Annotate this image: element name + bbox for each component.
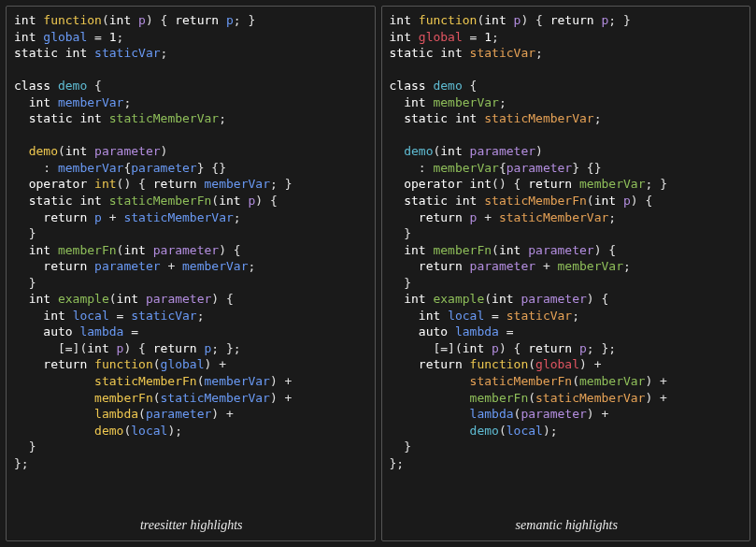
kw-int: int — [79, 194, 101, 208]
kw-int: int — [404, 95, 425, 109]
fn-staticMemberFn: staticMemberFn — [94, 374, 197, 388]
id-parameter: parameter — [506, 161, 572, 175]
kw-int: int — [65, 144, 87, 158]
id-staticMemberVar: staticMemberVar — [499, 210, 608, 224]
kw-int: int — [419, 309, 440, 323]
kw-return: return — [528, 341, 572, 355]
kw-int: int — [29, 95, 50, 109]
id-global: global — [161, 357, 205, 371]
id-global: global — [419, 30, 463, 44]
id-staticVar: staticVar — [470, 46, 535, 60]
id-memberVar: memberVar — [58, 95, 123, 109]
kw-return: return — [419, 259, 463, 273]
id-memberVar: memberVar — [579, 374, 645, 388]
id-staticMemberVar: staticMemberVar — [161, 391, 270, 405]
right-caption: semantic highlights — [390, 513, 745, 535]
kw-static: static — [29, 111, 73, 125]
id-p: p — [117, 341, 124, 355]
fn-memberFn: memberFn — [58, 243, 117, 257]
fn-example: example — [433, 292, 484, 306]
kw-auto: auto — [419, 324, 448, 338]
kw-int: int — [455, 194, 477, 208]
id-parameter: parameter — [470, 259, 535, 273]
num-1: 1 — [109, 30, 117, 44]
kw-int: int — [440, 46, 462, 60]
kw-int: int — [390, 13, 411, 27]
id-staticVar: staticVar — [94, 46, 160, 60]
kw-int: int — [440, 144, 462, 158]
id-parameter: parameter — [528, 243, 593, 257]
id-staticVar: staticVar — [131, 309, 196, 323]
comparison-container: int function(int p) { return p; } int gl… — [0, 0, 756, 547]
fn-lambda: lambda — [470, 407, 514, 421]
left-code: int function(int p) { return p; } int gl… — [14, 12, 369, 513]
fn-staticMemberFn: staticMemberFn — [470, 374, 573, 388]
id-staticMemberVar: staticMemberVar — [109, 111, 219, 125]
kw-static: static — [390, 46, 434, 60]
fn-memberFn: memberFn — [433, 243, 492, 257]
id-local: local — [131, 424, 167, 438]
id-parameter: parameter — [521, 292, 586, 306]
kw-operator: operator — [404, 177, 463, 191]
kw-static: static — [404, 194, 448, 208]
kw-operator: operator — [29, 177, 88, 191]
id-staticMemberVar: staticMemberVar — [535, 391, 645, 405]
kw-static: static — [14, 46, 58, 60]
id-memberVar: memberVar — [182, 259, 248, 273]
kw-int: int — [455, 111, 477, 125]
kw-return: return — [43, 357, 87, 371]
fn-function: function — [43, 13, 102, 27]
kw-return: return — [528, 177, 572, 191]
kw-static: static — [29, 194, 73, 208]
id-global: global — [535, 357, 579, 371]
kw-int: int — [219, 194, 240, 208]
kw-int: int — [43, 309, 64, 323]
fn-lambda: lambda — [94, 407, 138, 421]
kw-return: return — [175, 13, 219, 27]
kw-int: int — [14, 30, 36, 44]
kw-int: int — [484, 13, 506, 27]
kw-return: return — [419, 357, 463, 371]
id-parameter: parameter — [146, 292, 211, 306]
fn-function: function — [470, 357, 529, 371]
kw-return: return — [43, 259, 87, 273]
kw-return: return — [153, 177, 197, 191]
fn-demo: demo — [94, 424, 123, 438]
ty-demo: demo — [58, 79, 87, 93]
id-parameter: parameter — [146, 407, 211, 421]
kw-int: int — [404, 292, 425, 306]
id-local: local — [506, 424, 543, 438]
kw-int: int — [29, 292, 50, 306]
fn-function: function — [94, 357, 153, 371]
ty-demo: demo — [433, 79, 462, 93]
id-p: p — [226, 13, 234, 27]
id-p: p — [205, 341, 212, 355]
id-parameter: parameter — [131, 161, 196, 175]
id-p: p — [579, 341, 587, 355]
id-memberVar: memberVar — [205, 374, 270, 388]
id-memberVar: memberVar — [205, 177, 270, 191]
kw-int: int — [79, 111, 101, 125]
id-parameter: parameter — [153, 243, 219, 257]
fn-demo: demo — [29, 144, 58, 158]
fn-int: int — [470, 177, 492, 191]
id-p: p — [602, 13, 609, 27]
id-staticMemberVar: staticMemberVar — [484, 111, 593, 125]
id-lambda: lambda — [79, 324, 123, 338]
id-parameter: parameter — [521, 407, 586, 421]
right-code: int function(int p) { return p; } int gl… — [390, 12, 745, 513]
kw-int: int — [14, 13, 36, 27]
kw-int: int — [499, 243, 521, 257]
fn-demo: demo — [404, 144, 433, 158]
id-staticVar: staticVar — [506, 309, 572, 323]
fn-staticMemberFn: staticMemberFn — [109, 194, 212, 208]
kw-int: int — [463, 341, 484, 355]
id-local: local — [73, 309, 109, 323]
id-p: p — [492, 341, 499, 355]
id-p: p — [470, 210, 478, 224]
id-memberVar: memberVar — [433, 161, 498, 175]
id-memberVar: memberVar — [558, 259, 623, 273]
kw-return: return — [550, 13, 594, 27]
kw-int: int — [404, 243, 425, 257]
id-lambda: lambda — [455, 324, 499, 338]
